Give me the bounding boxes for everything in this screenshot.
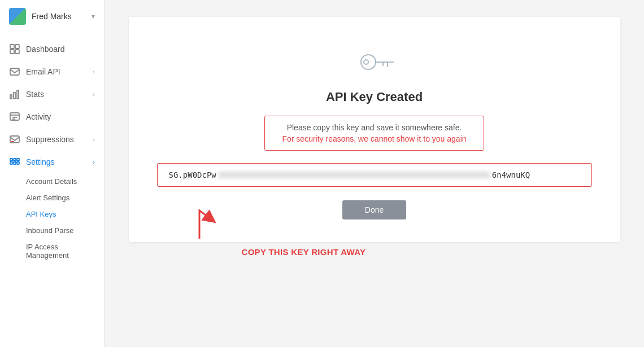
sidebar-item-stats[interactable]: Stats ›: [0, 83, 104, 106]
svg-rect-1: [15, 45, 19, 49]
email-api-icon: [9, 66, 20, 77]
sidebar-item-dashboard[interactable]: Dashboard: [0, 38, 104, 60]
main-content: API Key Created Please copy this key and…: [105, 0, 644, 347]
email-api-label: Email API: [26, 67, 60, 76]
user-chevron-icon: ▾: [92, 12, 95, 20]
suppressions-icon: [9, 134, 20, 145]
settings-label: Settings: [26, 157, 55, 166]
settings-chevron-icon: ›: [93, 159, 95, 165]
suppressions-label: Suppressions: [26, 135, 74, 144]
sidebar-item-activity[interactable]: Activity: [0, 106, 104, 128]
activity-label: Activity: [26, 112, 51, 121]
user-name: Fred Marks: [32, 12, 92, 21]
activity-icon: [9, 111, 20, 122]
svg-rect-19: [17, 162, 19, 164]
dashboard-icon: [9, 43, 20, 55]
svg-rect-14: [10, 159, 12, 161]
stats-chevron-icon: ›: [93, 91, 95, 98]
sidebar-item-suppressions[interactable]: Suppressions ›: [0, 128, 104, 151]
svg-rect-18: [14, 162, 16, 164]
copy-arrow-icon: [182, 202, 228, 241]
svg-rect-16: [17, 159, 19, 161]
done-button[interactable]: Done: [342, 200, 406, 219]
api-key-display-box: SG.pW0DcPw 6n4wnuKQ: [157, 163, 592, 187]
api-key-blurred-section: [219, 172, 490, 178]
card-title: API Key Created: [326, 90, 423, 104]
stats-icon: [9, 89, 20, 100]
api-key-start: SG.pW0DcPw: [169, 170, 216, 179]
sidebar-navigation: Dashboard Email API › Stats: [0, 33, 104, 347]
user-menu[interactable]: Fred Marks ▾: [0, 0, 104, 33]
sidebar-item-account-details[interactable]: Account Details: [0, 173, 104, 190]
sidebar-item-ip-access-management[interactable]: IP Access Management: [0, 239, 104, 263]
email-api-chevron-icon: ›: [93, 68, 95, 75]
svg-rect-4: [10, 68, 19, 75]
svg-rect-15: [14, 159, 16, 161]
sidebar-item-settings[interactable]: Settings ›: [0, 151, 104, 173]
svg-rect-7: [17, 90, 19, 99]
sidebar-item-email-api[interactable]: Email API ›: [0, 60, 104, 83]
svg-rect-2: [10, 50, 14, 54]
settings-icon: [9, 156, 20, 168]
key-icon: [355, 45, 394, 78]
sidebar-item-inbound-parse[interactable]: Inbound Parse: [0, 222, 104, 239]
user-avatar: [9, 8, 26, 25]
stats-label: Stats: [26, 90, 44, 99]
svg-rect-5: [10, 95, 12, 99]
suppressions-chevron-icon: ›: [93, 136, 95, 143]
svg-rect-3: [15, 50, 19, 54]
sidebar-item-alert-settings[interactable]: Alert Settings: [0, 190, 104, 206]
api-key-end: 6n4wnuKQ: [492, 170, 530, 179]
warning-line1: Please copy this key and save it somewhe…: [282, 123, 466, 132]
svg-rect-17: [10, 162, 12, 164]
dashboard-label: Dashboard: [26, 45, 65, 54]
svg-rect-0: [10, 45, 14, 49]
svg-point-24: [364, 60, 368, 64]
warning-line2: For security reasons, we cannot show it …: [282, 134, 466, 143]
settings-sub-menu: Account Details Alert Settings API Keys …: [0, 173, 104, 263]
copy-hint-area: COPY THIS KEY RIGHT AWAY: [129, 244, 620, 257]
copy-hint-text: COPY THIS KEY RIGHT AWAY: [242, 247, 366, 257]
warning-box: Please copy this key and save it somewhe…: [264, 116, 484, 151]
sidebar-item-api-keys[interactable]: API Keys: [0, 206, 104, 222]
sidebar: Fred Marks ▾ Dashboard: [0, 0, 105, 347]
svg-rect-6: [14, 93, 15, 99]
